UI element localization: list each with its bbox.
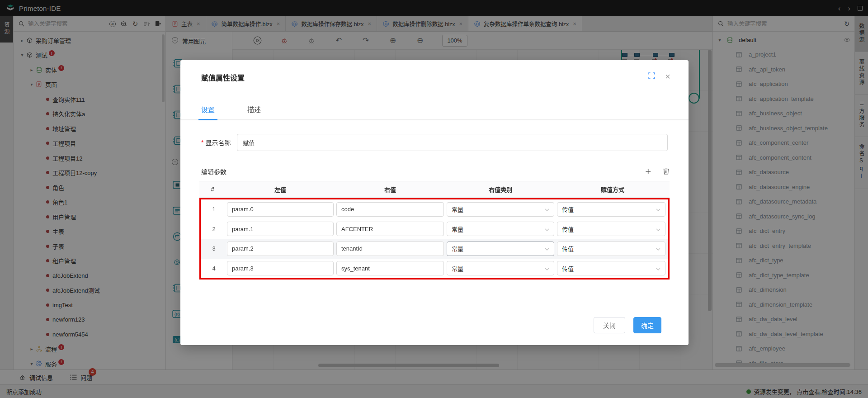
fullscreen-icon[interactable]: [648, 72, 655, 81]
select-value: 传值: [562, 205, 574, 213]
row-index: 3: [201, 245, 227, 252]
display-name-input[interactable]: [237, 134, 668, 151]
right-value-category-select[interactable]: 常量: [447, 202, 554, 217]
left-value-input[interactable]: [227, 261, 334, 275]
display-name-row: * 显示名称: [201, 134, 668, 151]
add-param-icon[interactable]: +: [645, 166, 651, 176]
caret-down-icon: [545, 245, 549, 252]
dialog-tab-设置[interactable]: 设置: [201, 104, 215, 119]
right-value-input[interactable]: [336, 261, 444, 275]
confirm-button[interactable]: 确定: [633, 317, 661, 333]
dialog-title: 赋值属性设置: [201, 72, 245, 83]
column-header: #: [199, 186, 226, 193]
right-value-category-select[interactable]: 常量: [447, 222, 554, 236]
column-header: 右值: [335, 185, 445, 194]
params-table-header: #左值右值右值类别赋值方式: [199, 181, 670, 198]
right-value-category-select[interactable]: 常量: [447, 261, 554, 275]
select-value: 常量: [452, 205, 463, 213]
params-table: #左值右值右值类别赋值方式 1常量传值2常量传值3常量传值4常量传值: [199, 181, 670, 280]
right-value-input[interactable]: [336, 222, 444, 236]
param-row: 3常量传值: [201, 239, 668, 259]
caret-down-icon: [656, 206, 660, 213]
close-button[interactable]: 关闭: [594, 317, 625, 333]
dialog-tabbar: 设置描述: [180, 104, 689, 120]
column-header: 右值类别: [445, 185, 556, 194]
column-header: 左值: [226, 185, 335, 194]
caret-down-icon: [545, 206, 549, 213]
assign-method-select[interactable]: 传值: [557, 202, 665, 217]
caret-down-icon: [656, 226, 660, 232]
assign-method-select[interactable]: 传值: [557, 222, 665, 236]
select-value: 常量: [452, 244, 463, 253]
delete-param-icon[interactable]: [663, 167, 670, 176]
right-value-input[interactable]: [336, 202, 444, 217]
row-index: 1: [201, 206, 227, 213]
select-value: 传值: [562, 264, 574, 273]
caret-down-icon: [545, 226, 549, 232]
edit-params-label: 编辑参数: [201, 167, 226, 176]
caret-down-icon: [656, 245, 660, 252]
left-value-input[interactable]: [227, 222, 334, 236]
assign-method-select[interactable]: 传值: [557, 261, 665, 275]
left-value-input[interactable]: [227, 202, 334, 217]
select-value: 常量: [452, 264, 463, 273]
close-icon[interactable]: ×: [665, 72, 670, 81]
caret-down-icon: [656, 265, 660, 272]
row-index: 2: [201, 226, 227, 232]
assignment-properties-dialog: 赋值属性设置 × 设置描述 * 显示名称 编辑参数 + #左值右值右值类别赋值方…: [180, 60, 689, 345]
param-row: 4常量传值: [201, 259, 668, 279]
required-marker: *: [201, 139, 203, 146]
select-value: 传值: [562, 244, 574, 253]
param-row: 2常量传值: [201, 219, 668, 239]
row-index: 4: [201, 265, 227, 272]
display-name-label: 显示名称: [205, 138, 231, 147]
select-value: 传值: [562, 225, 574, 233]
param-row: 1常量传值: [201, 199, 668, 219]
left-value-input[interactable]: [227, 242, 334, 256]
column-header: 赋值方式: [556, 185, 670, 194]
dialog-tab-描述[interactable]: 描述: [247, 104, 261, 119]
right-value-category-select[interactable]: 常量: [447, 242, 554, 256]
assign-method-select[interactable]: 传值: [557, 242, 665, 256]
highlighted-rows-box: 1常量传值2常量传值3常量传值4常量传值: [199, 198, 670, 280]
select-value: 常量: [452, 225, 463, 233]
right-value-input[interactable]: [336, 242, 444, 256]
caret-down-icon: [545, 265, 549, 272]
